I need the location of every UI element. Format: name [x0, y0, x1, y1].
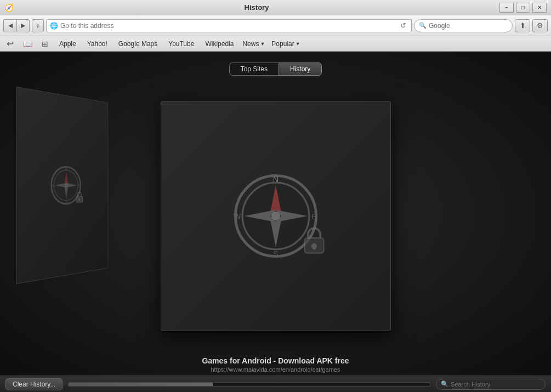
- bookmarks-bar: ↩ 📖 ⊞ Apple Yahoo! Google Maps YouTube W…: [0, 36, 551, 52]
- svg-rect-26: [313, 246, 315, 249]
- minimize-button[interactable]: −: [499, 3, 514, 13]
- globe-icon: 🌐: [50, 22, 58, 30]
- search-history-bar: 🔍: [436, 379, 546, 390]
- back-icon-btn[interactable]: ↩: [4, 38, 15, 49]
- window-controls: − □ ✕: [499, 3, 547, 13]
- tab-history[interactable]: History: [279, 63, 322, 76]
- bg-card-left: N S W E: [16, 87, 108, 284]
- nav-bar: ◀ ▶ + 🌐 ↺ 🔍 ⬆ ⚙: [0, 15, 551, 36]
- bookmark-popular[interactable]: Popular ▼: [271, 40, 300, 48]
- back-forward-group: ◀ ▶: [3, 19, 30, 32]
- svg-text:N: N: [65, 166, 67, 171]
- bookmark-apple[interactable]: Apple: [57, 39, 78, 49]
- app-icon: 🧭: [4, 3, 14, 12]
- main-card[interactable]: N S W E: [161, 101, 391, 331]
- settings-button[interactable]: ⚙: [532, 19, 548, 32]
- bookmark-news[interactable]: News ▼: [242, 40, 265, 48]
- bookmark-wikipedia[interactable]: Wikipedia: [203, 39, 236, 49]
- svg-text:E: E: [311, 212, 317, 221]
- site-title: Games for Android - Download APK free: [202, 356, 349, 365]
- svg-text:S: S: [273, 249, 279, 258]
- address-input[interactable]: [60, 22, 396, 30]
- share-button[interactable]: ⬆: [515, 19, 530, 32]
- maximize-button[interactable]: □: [516, 3, 530, 13]
- site-url: https://www.malavida.com/en/android/cat/…: [202, 366, 349, 373]
- address-bar: 🌐 ↺: [46, 19, 412, 32]
- bookmark-google-maps[interactable]: Google Maps: [116, 39, 160, 49]
- window-title: History: [18, 3, 495, 12]
- search-input[interactable]: [429, 22, 511, 30]
- bg-compass-icon: N S W E: [50, 164, 82, 206]
- search-history-icon: 🔍: [441, 380, 448, 388]
- bookmark-icon-btn[interactable]: 📖: [22, 38, 33, 49]
- progress-bar-container: [68, 382, 430, 387]
- title-bar: 🧭 History − □ ✕: [0, 0, 551, 15]
- tab-top-sites[interactable]: Top Sites: [229, 63, 279, 76]
- add-button[interactable]: +: [32, 19, 44, 32]
- svg-text:S: S: [65, 199, 67, 204]
- search-bar: 🔍: [414, 19, 513, 32]
- bottom-bar: Clear History... 🔍: [0, 376, 551, 392]
- main-compass-icon: N S W E: [232, 172, 320, 260]
- close-button[interactable]: ✕: [532, 3, 547, 13]
- clear-history-button[interactable]: Clear History...: [5, 378, 63, 390]
- progress-bar-fill: [69, 383, 213, 386]
- back-button[interactable]: ◀: [3, 19, 16, 32]
- main-content: Top Sites History N S W E: [0, 52, 551, 376]
- cards-area: N S W E: [0, 76, 551, 351]
- tab-switcher: Top Sites History: [229, 63, 322, 76]
- svg-text:N: N: [272, 175, 278, 184]
- search-icon: 🔍: [419, 22, 427, 29]
- svg-point-6: [65, 183, 68, 187]
- grid-icon-btn[interactable]: ⊞: [39, 38, 50, 49]
- svg-text:W: W: [233, 212, 241, 221]
- svg-point-19: [271, 212, 280, 220]
- refresh-button[interactable]: ↺: [398, 21, 408, 31]
- forward-button[interactable]: ▶: [16, 19, 30, 32]
- svg-text:E: E: [78, 183, 81, 188]
- svg-text:W: W: [51, 183, 54, 188]
- search-history-input[interactable]: [451, 381, 541, 388]
- site-info: Games for Android - Download APK free ht…: [202, 351, 349, 376]
- bookmark-yahoo[interactable]: Yahoo!: [85, 39, 110, 49]
- bookmark-youtube[interactable]: YouTube: [166, 39, 196, 49]
